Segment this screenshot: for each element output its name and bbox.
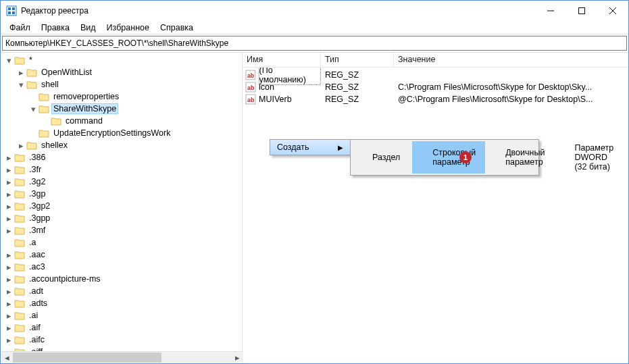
menu-file[interactable]: Файл: [5, 23, 35, 32]
minimize-button[interactable]: [535, 1, 566, 21]
maximize-button[interactable]: [566, 1, 597, 21]
column-name[interactable]: Имя: [243, 53, 321, 67]
tree-node-386[interactable]: ▸.386: [5, 151, 242, 163]
folder-icon: [39, 104, 49, 113]
context-item-create[interactable]: Создать ▶: [270, 140, 350, 155]
tree-node-accountpicture[interactable]: ▸.accountpicture-ms: [5, 273, 242, 285]
tree-node-updateencryption[interactable]: UpdateEncryptionSettingsWork: [29, 127, 242, 139]
tree-node-aac[interactable]: ▸.aac: [5, 249, 242, 261]
tree-node-3gp[interactable]: ▸.3gp: [5, 188, 242, 200]
value-row[interactable]: abMUIVerbREG_SZ@C:\Program Files\Microso…: [243, 93, 628, 105]
chevron-down-icon[interactable]: ▾: [29, 105, 37, 113]
folder-icon: [14, 311, 25, 320]
folder-icon: [14, 55, 25, 65]
context-item-dword[interactable]: Параметр DWORD (32 бита): [554, 141, 623, 174]
folder-icon: [14, 335, 25, 344]
list-pane[interactable]: Имя Тип Значение ab(По умолчанию)REG_SZa…: [243, 53, 628, 363]
menubar: Файл Правка Вид Избранное Справка: [1, 21, 628, 34]
folder-icon: [14, 250, 25, 259]
tree-node-command[interactable]: command: [41, 115, 242, 127]
menu-help[interactable]: Справка: [155, 23, 198, 32]
folder-icon: [26, 68, 37, 77]
horizontal-scrollbar[interactable]: ◂ ▸: [1, 351, 243, 363]
chevron-right-icon[interactable]: ▸: [5, 178, 13, 186]
chevron-right-icon[interactable]: ▸: [5, 165, 13, 174]
folder-icon: [14, 177, 25, 186]
chevron-right-icon[interactable]: ▸: [5, 323, 13, 332]
folder-icon: [14, 274, 25, 284]
tree-node-3mf[interactable]: ▸.3mf: [5, 224, 242, 236]
tree-node-3fr[interactable]: ▸.3fr: [5, 163, 242, 176]
tree-node-ai[interactable]: ▸.ai: [5, 309, 242, 321]
menu-favorites[interactable]: Избранное: [102, 23, 154, 32]
tree-node-aifc[interactable]: ▸.aifc: [5, 334, 242, 346]
chevron-right-icon: ▶: [338, 144, 343, 151]
folder-icon: [14, 323, 25, 332]
svg-rect-6: [579, 8, 585, 14]
folder-icon: [39, 128, 49, 138]
tree-pane[interactable]: ▾ * ▸OpenWithList ▾shell removepropertie…: [1, 53, 243, 363]
app-icon: [6, 5, 17, 16]
value-row[interactable]: abiconREG_SZC:\Program Files\Microsoft\S…: [243, 81, 628, 93]
value-data: @C:\Program Files\Microsoft\Skype for De…: [394, 95, 628, 104]
chevron-right-icon[interactable]: ▸: [5, 311, 13, 319]
main-area: ▾ * ▸OpenWithList ▾shell removepropertie…: [1, 52, 628, 363]
column-type[interactable]: Тип: [321, 53, 394, 67]
chevron-right-icon[interactable]: ▸: [5, 190, 13, 198]
chevron-right-icon[interactable]: ▸: [5, 226, 13, 234]
tree-node-sharewithskype[interactable]: ▾ShareWithSkype: [29, 103, 242, 115]
tree-node-star[interactable]: ▾ *: [5, 54, 242, 66]
list-body[interactable]: ab(По умолчанию)REG_SZabiconREG_SZC:\Pro…: [243, 68, 628, 363]
chevron-right-icon[interactable]: ▸: [5, 202, 13, 210]
chevron-down-icon[interactable]: ▾: [5, 56, 13, 64]
column-value[interactable]: Значение: [394, 53, 628, 67]
tree-node-removeproperties[interactable]: removeproperties: [29, 90, 242, 103]
folder-icon: [14, 262, 25, 271]
chevron-right-icon[interactable]: ▸: [5, 263, 13, 271]
context-item-qword[interactable]: Параметр QWORD (64 бита): [623, 141, 628, 174]
folder-icon: [51, 116, 61, 126]
close-button[interactable]: [597, 1, 628, 21]
svg-rect-3: [8, 11, 11, 14]
chevron-right-icon[interactable]: ▸: [17, 141, 25, 149]
folder-icon: [39, 92, 49, 101]
chevron-right-icon[interactable]: ▸: [5, 251, 13, 259]
folder-icon: [14, 153, 25, 162]
tree-node-adt[interactable]: ▸.adt: [5, 285, 242, 297]
scroll-right-button[interactable]: ▸: [232, 352, 243, 363]
chevron-right-icon[interactable]: ▸: [5, 336, 13, 344]
tree-node-ac3[interactable]: ▸.ac3: [5, 261, 242, 273]
tree-node-3g2[interactable]: ▸.3g2: [5, 176, 242, 188]
chevron-right-icon[interactable]: ▸: [5, 287, 13, 295]
tree-node-3gpp[interactable]: ▸.3gpp: [5, 212, 242, 224]
tree-node-adts[interactable]: ▸.adts: [5, 297, 242, 309]
window-title: Редактор реестра: [21, 6, 89, 16]
address-bar[interactable]: Компьютер\HKEY_CLASSES_ROOT\*\shell\Shar…: [2, 36, 627, 51]
menu-edit[interactable]: Правка: [36, 23, 74, 32]
context-item-string[interactable]: Строковый параметр 1: [412, 141, 485, 174]
tree-node-aif[interactable]: ▸.aif: [5, 321, 242, 334]
value-row[interactable]: ab(По умолчанию)REG_SZ: [243, 69, 628, 81]
tree-node-3gp2[interactable]: ▸.3gp2: [5, 200, 242, 212]
chevron-right-icon[interactable]: ▸: [5, 214, 13, 222]
chevron-down-icon[interactable]: ▾: [17, 80, 25, 88]
chevron-right-icon[interactable]: ▸: [5, 153, 13, 161]
folder-icon: [26, 140, 37, 150]
scroll-left-button[interactable]: ◂: [1, 352, 13, 363]
chevron-right-icon[interactable]: ▸: [5, 275, 13, 283]
tree-node-shell[interactable]: ▾shell: [17, 78, 242, 90]
tree-node-openwithlist[interactable]: ▸OpenWithList: [17, 66, 242, 78]
context-item-key[interactable]: Раздел: [352, 141, 409, 174]
folder-icon: [14, 286, 25, 296]
titlebar: Редактор реестра: [1, 1, 628, 21]
string-icon: ab: [245, 94, 256, 105]
scroll-thumb[interactable]: [13, 353, 161, 363]
string-icon: ab: [245, 82, 256, 93]
tree-node-a[interactable]: .a: [5, 236, 242, 249]
context-item-binary[interactable]: Двоичный параметр: [485, 141, 554, 174]
menu-view[interactable]: Вид: [76, 23, 101, 32]
chevron-right-icon[interactable]: ▸: [17, 68, 25, 76]
tree-node-shellex[interactable]: ▸shellex: [17, 139, 242, 151]
folder-icon: [14, 226, 25, 235]
chevron-right-icon[interactable]: ▸: [5, 299, 13, 307]
